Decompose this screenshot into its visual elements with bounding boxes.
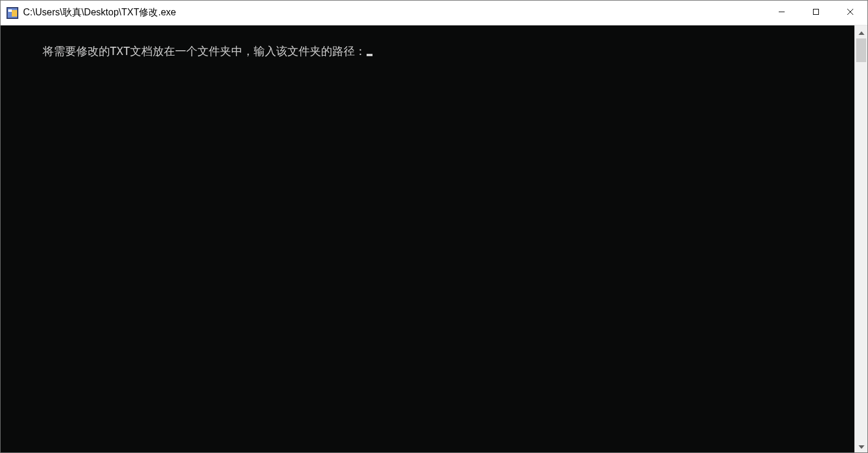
svg-rect-5 xyxy=(814,9,819,15)
maximize-icon xyxy=(812,8,820,17)
minimize-icon xyxy=(778,8,785,17)
scrollbar-thumb[interactable] xyxy=(856,38,866,62)
svg-marker-9 xyxy=(859,445,864,449)
scroll-up-button[interactable] xyxy=(855,25,867,38)
maximize-button[interactable] xyxy=(799,1,833,25)
caption-buttons xyxy=(765,1,867,25)
app-icon xyxy=(7,7,18,19)
close-button[interactable] xyxy=(833,1,867,25)
scroll-up-icon xyxy=(859,27,864,37)
svg-rect-2 xyxy=(12,10,17,17)
console-output[interactable]: 将需要修改的TXT文档放在一个文件夹中，输入该文件夹的路径： xyxy=(1,25,854,452)
scrollbar-track[interactable] xyxy=(855,38,867,439)
svg-rect-3 xyxy=(8,9,12,12)
close-icon xyxy=(847,8,854,17)
client-area: 将需要修改的TXT文档放在一个文件夹中，输入该文件夹的路径： xyxy=(1,25,867,452)
window-title: C:\Users\耿真\Desktop\TXT修改.exe xyxy=(23,7,765,19)
minimize-button[interactable] xyxy=(765,1,799,25)
scroll-down-button[interactable] xyxy=(855,439,867,452)
console-prompt: 将需要修改的TXT文档放在一个文件夹中，输入该文件夹的路径： xyxy=(43,44,366,57)
titlebar[interactable]: C:\Users\耿真\Desktop\TXT修改.exe xyxy=(1,1,867,25)
window-root: C:\Users\耿真\Desktop\TXT修改.exe xyxy=(0,0,868,453)
text-cursor xyxy=(367,54,373,56)
vertical-scrollbar[interactable] xyxy=(854,25,867,452)
svg-marker-8 xyxy=(859,31,864,35)
scroll-down-icon xyxy=(859,441,864,451)
